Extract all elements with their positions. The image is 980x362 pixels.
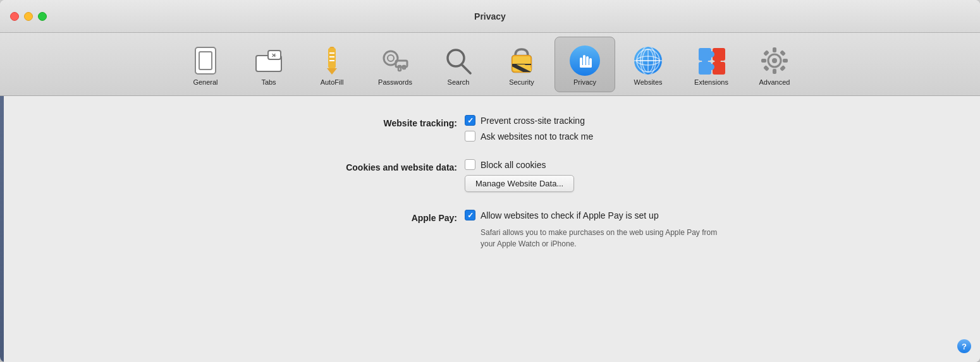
svg-point-42 xyxy=(708,51,714,57)
extensions-label: Extensions xyxy=(694,78,728,86)
apple-pay-label: Apple Pay: xyxy=(262,210,465,225)
websites-icon xyxy=(633,45,663,76)
tab-general[interactable]: General xyxy=(175,37,236,92)
websites-label: Websites xyxy=(634,78,662,86)
content-area: Website tracking: Prevent cross-site tra… xyxy=(0,96,980,362)
website-tracking-controls: Prevent cross-site tracking Ask websites… xyxy=(465,115,718,142)
tab-privacy[interactable]: Privacy xyxy=(554,37,615,92)
safari-preferences-window: Privacy General ✕ + Tab xyxy=(0,0,980,362)
autofill-icon xyxy=(317,45,347,76)
svg-rect-54 xyxy=(763,65,769,71)
svg-rect-41 xyxy=(713,62,725,75)
toolbar: General ✕ + Tabs xyxy=(0,33,980,96)
svg-point-43 xyxy=(708,64,714,70)
prevent-cross-site-row: Prevent cross-site tracking xyxy=(465,115,718,126)
apple-pay-row: Apple Pay: Allow websites to check if Ap… xyxy=(262,210,718,250)
extensions-icon xyxy=(696,45,726,76)
window-controls xyxy=(10,12,47,21)
apple-pay-checkbox[interactable] xyxy=(465,210,475,220)
website-tracking-row: Website tracking: Prevent cross-site tra… xyxy=(262,115,718,142)
svg-rect-50 xyxy=(761,59,766,63)
tab-tabs[interactable]: ✕ + Tabs xyxy=(238,37,299,92)
tab-advanced[interactable]: Advanced xyxy=(744,37,805,92)
ask-websites-checkbox[interactable] xyxy=(465,131,475,142)
settings-panel: Website tracking: Prevent cross-site tra… xyxy=(262,115,718,250)
search-icon xyxy=(443,45,474,76)
cookies-label: Cookies and website data: xyxy=(262,159,465,174)
left-strip xyxy=(0,96,4,362)
svg-point-36 xyxy=(642,49,654,72)
manage-website-data-button[interactable]: Manage Website Data... xyxy=(465,175,574,192)
svg-point-37 xyxy=(637,56,659,65)
cookies-controls: Block all cookies Manage Website Data... xyxy=(465,159,718,192)
svg-point-44 xyxy=(702,57,708,64)
website-tracking-label: Website tracking: xyxy=(262,115,465,130)
svg-line-18 xyxy=(462,65,470,73)
apple-pay-description: Safari allows you to make purchases on t… xyxy=(481,227,718,250)
window-title: Privacy xyxy=(474,11,506,21)
tabs-icon: ✕ + xyxy=(254,45,284,76)
tab-search[interactable]: Search xyxy=(428,37,489,92)
tabs-label: Tabs xyxy=(261,78,276,86)
svg-rect-53 xyxy=(780,50,786,56)
privacy-icon xyxy=(570,45,600,76)
prevent-cross-site-checkbox[interactable] xyxy=(465,115,475,126)
title-bar: Privacy xyxy=(0,0,980,33)
general-label: General xyxy=(193,78,217,86)
maximize-button[interactable] xyxy=(38,12,47,21)
passwords-label: Passwords xyxy=(378,78,412,86)
general-icon xyxy=(190,45,221,76)
close-button[interactable] xyxy=(10,12,19,21)
cookies-row: Cookies and website data: Block all cook… xyxy=(262,159,718,192)
minimize-button[interactable] xyxy=(24,12,33,21)
svg-rect-7 xyxy=(328,48,336,68)
svg-point-33 xyxy=(637,49,659,72)
privacy-label: Privacy xyxy=(573,78,596,86)
ask-websites-label: Ask websites not to track me xyxy=(481,131,593,142)
svg-text:+: + xyxy=(273,52,276,59)
ask-websites-row: Ask websites not to track me xyxy=(465,131,718,142)
svg-rect-48 xyxy=(773,47,776,52)
block-cookies-label: Block all cookies xyxy=(481,160,546,170)
svg-rect-51 xyxy=(783,59,788,63)
autofill-label: AutoFill xyxy=(321,78,344,86)
svg-rect-15 xyxy=(398,66,401,71)
svg-point-17 xyxy=(448,50,464,66)
svg-point-45 xyxy=(714,57,721,64)
svg-point-13 xyxy=(388,55,394,61)
help-button[interactable]: ? xyxy=(957,339,971,353)
advanced-label: Advanced xyxy=(759,78,790,86)
passwords-icon xyxy=(380,45,410,76)
svg-marker-8 xyxy=(327,68,337,75)
svg-rect-55 xyxy=(780,65,786,71)
svg-rect-52 xyxy=(763,50,769,56)
apple-pay-check-row: Allow websites to check if Apple Pay is … xyxy=(465,210,718,220)
apple-pay-check-label: Allow websites to check if Apple Pay is … xyxy=(481,210,659,220)
tab-extensions[interactable]: Extensions xyxy=(681,37,742,92)
security-label: Security xyxy=(509,78,534,86)
block-cookies-checkbox[interactable] xyxy=(465,159,475,170)
tab-passwords[interactable]: Passwords xyxy=(365,37,426,92)
tab-autofill[interactable]: AutoFill xyxy=(302,37,362,92)
svg-rect-32 xyxy=(580,65,592,68)
tab-websites[interactable]: Websites xyxy=(618,37,678,92)
prevent-cross-site-label: Prevent cross-site tracking xyxy=(481,116,585,126)
svg-point-47 xyxy=(772,58,777,63)
security-icon xyxy=(506,45,537,76)
block-cookies-row: Block all cookies xyxy=(465,159,718,170)
advanced-icon xyxy=(759,45,790,76)
svg-rect-49 xyxy=(773,69,776,74)
tab-security[interactable]: Security xyxy=(491,37,552,92)
search-label: Search xyxy=(448,78,470,86)
apple-pay-controls: Allow websites to check if Apple Pay is … xyxy=(465,210,718,250)
